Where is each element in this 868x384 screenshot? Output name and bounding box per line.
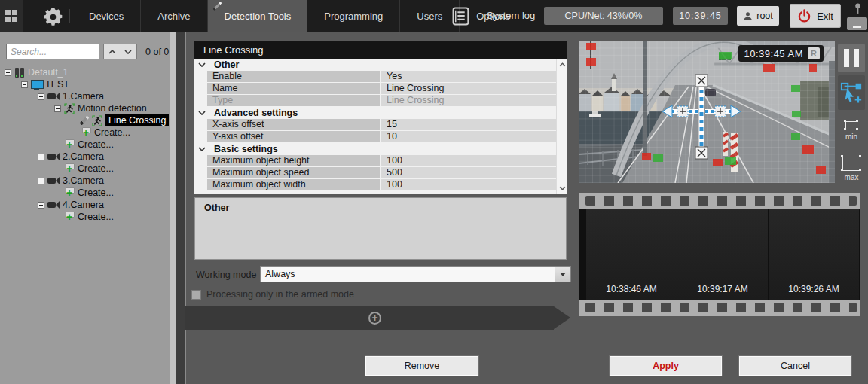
select-tool-button[interactable] <box>838 75 865 110</box>
create-plus-icon <box>64 163 75 174</box>
max-size-label: max <box>845 173 859 181</box>
search-input[interactable] <box>6 44 99 59</box>
collapse-toggle[interactable] <box>54 105 61 112</box>
cancel-button[interactable]: Cancel <box>739 356 851 376</box>
scroll-down-icon[interactable] <box>557 182 567 194</box>
scenario-bar-arrowhead <box>554 306 570 329</box>
property-row-max-object-width[interactable]: Maximum object width 100 <box>194 179 556 191</box>
chevron-down-icon <box>198 62 210 67</box>
chevron-down-icon <box>124 50 132 54</box>
tree-item-motion-detection[interactable]: Motion detection <box>0 102 176 114</box>
line-crossing-overlay[interactable] <box>579 41 835 183</box>
minus-icon <box>853 26 861 28</box>
collapse-toggle[interactable] <box>5 69 11 76</box>
filmstrip-frames: 10:38:46 AM 10:39:17 AM 10:39:26 AM <box>579 209 860 300</box>
dropdown-button[interactable] <box>555 267 570 282</box>
tab-devices[interactable]: Devices <box>72 0 141 32</box>
collapse-toggle[interactable] <box>21 81 28 88</box>
tree-item-camera-1[interactable]: 1.Camera <box>0 90 176 102</box>
filmstrip-sprockets <box>579 193 860 209</box>
property-row-max-object-speed[interactable]: Maximum object speed 500 <box>194 167 556 179</box>
camera-icon <box>47 201 60 209</box>
create-plus-icon <box>64 187 75 198</box>
detector-panel-title: Line Crossing <box>194 41 567 59</box>
pause-icon <box>844 49 849 67</box>
search-next-button[interactable] <box>120 44 137 59</box>
filmstrip-frame[interactable]: 10:38:46 AM <box>586 209 677 300</box>
frame-timestamp: 10:39:17 AM <box>677 284 768 294</box>
user-button[interactable]: root <box>737 6 779 26</box>
tree-item-test[interactable]: TEST <box>0 78 176 90</box>
camera-video-view[interactable]: 10:39:45 AM R <box>579 41 835 183</box>
property-row-y-axis-offset[interactable]: Y-axis offset 10 <box>194 131 556 143</box>
frame-timestamp: 10:39:26 AM <box>769 284 859 294</box>
min-size-icon <box>845 121 857 130</box>
apply-button[interactable]: Apply <box>610 356 722 376</box>
property-row-enable[interactable]: Enable Yes <box>194 71 556 83</box>
frame-timestamp: 10:38:46 AM <box>586 284 677 294</box>
search-match-count: 0 of 0 <box>145 47 169 57</box>
property-row-x-axis-offset[interactable]: X-axis offset 15 <box>194 119 556 131</box>
collapse-toggle[interactable] <box>38 178 44 184</box>
tree-item-line-crossing[interactable]: Line Crossing <box>0 114 176 126</box>
pencil-icon <box>79 116 89 126</box>
filmstrip-frame[interactable]: 10:39:17 AM <box>677 209 768 300</box>
app-grid-button[interactable] <box>0 0 23 32</box>
collapse-toolbar-button[interactable] <box>847 17 867 30</box>
property-grid: Other Enable Yes Name Line Crossing Type… <box>194 59 567 194</box>
system-log-label[interactable]: System log <box>487 10 535 21</box>
property-row-max-object-height[interactable]: Maximum object height 100 <box>194 155 556 167</box>
direction-handle-left <box>677 106 688 117</box>
tree-item-camera-3[interactable]: 3.Camera <box>0 175 176 187</box>
exit-button[interactable]: Exit <box>790 4 841 28</box>
camera-icon <box>47 93 60 101</box>
tree-item-camera-4[interactable]: 4.Camera <box>0 199 176 211</box>
property-row-name[interactable]: Name Line Crossing <box>194 83 556 95</box>
settings-gear-button[interactable] <box>41 6 64 27</box>
line-endpoint-handle-bottom <box>695 147 708 159</box>
pin-icon[interactable] <box>854 2 862 17</box>
tab-programming[interactable]: Programming <box>307 0 400 32</box>
selection-add-icon <box>840 81 863 104</box>
tab-detection-tools[interactable]: Detection Tools <box>208 0 308 32</box>
server-icon <box>14 68 25 78</box>
armed-mode-label: Processing only in the armed mode <box>206 289 354 300</box>
add-action-button[interactable] <box>368 312 381 325</box>
max-object-size-button[interactable]: max <box>838 151 865 187</box>
tree-item-create[interactable]: Create... <box>0 187 176 199</box>
armed-mode-checkbox[interactable] <box>191 290 201 300</box>
group-row-advanced-settings[interactable]: Advanced settings <box>194 107 556 119</box>
separator <box>478 9 478 23</box>
remove-button[interactable]: Remove <box>365 356 478 376</box>
collapse-toggle[interactable] <box>38 202 44 209</box>
gear-icon <box>43 7 63 27</box>
tree-item-create[interactable]: Create... <box>0 211 176 223</box>
sidebar-scrollbar[interactable] <box>170 32 176 384</box>
create-plus-icon <box>64 212 75 222</box>
property-description-box: Other <box>194 197 567 260</box>
tab-archive[interactable]: Archive <box>141 0 207 32</box>
group-row-other[interactable]: Other <box>194 59 556 71</box>
tree-item-camera-2[interactable]: 2.Camera <box>0 151 176 163</box>
tree-item-create[interactable]: Create... <box>0 139 176 151</box>
working-mode-dropdown[interactable]: Always <box>260 266 571 282</box>
tree-item-default-1[interactable]: Default_1 <box>0 66 176 78</box>
pause-button[interactable] <box>838 44 865 72</box>
tree-item-create[interactable]: Create... <box>0 163 176 175</box>
min-object-size-button[interactable]: min <box>838 114 865 148</box>
search-prev-button[interactable] <box>103 44 121 59</box>
collapse-toggle[interactable] <box>38 154 44 160</box>
tab-users[interactable]: Users <box>400 0 460 32</box>
record-badge[interactable]: R <box>808 47 820 59</box>
system-log-icon[interactable] <box>452 7 469 28</box>
property-grid-scrollbar[interactable] <box>556 59 567 194</box>
create-plus-icon <box>81 127 91 138</box>
armed-mode-row: Processing only in the armed mode <box>191 289 354 300</box>
panel-divider <box>176 32 185 384</box>
group-row-basic-settings[interactable]: Basic settings <box>194 143 556 155</box>
chevron-down-icon <box>198 111 210 115</box>
tree-item-create[interactable]: Create... <box>0 126 176 139</box>
collapse-toggle[interactable] <box>38 93 44 100</box>
scroll-up-icon[interactable] <box>557 59 567 70</box>
filmstrip-frame[interactable]: 10:39:26 AM <box>769 209 859 300</box>
